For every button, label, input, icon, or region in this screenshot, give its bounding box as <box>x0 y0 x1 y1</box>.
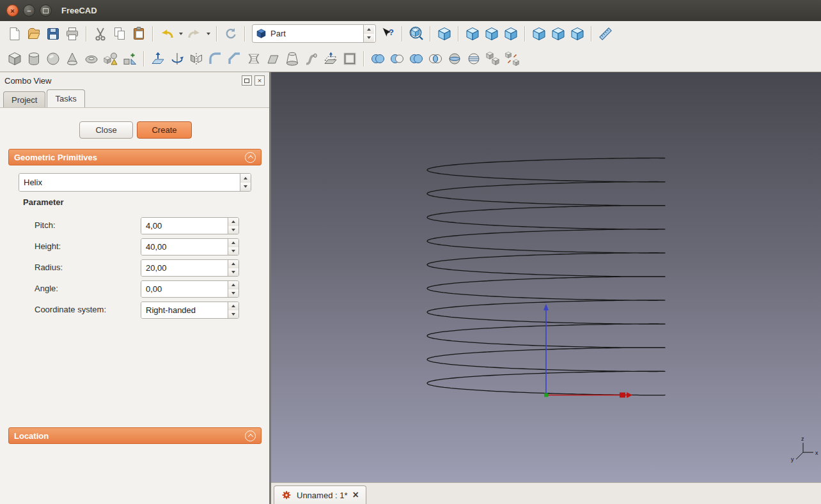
print-button[interactable] <box>63 24 82 43</box>
torus-button[interactable] <box>82 49 101 68</box>
make-face-button[interactable] <box>263 49 283 68</box>
redo-button[interactable] <box>185 24 204 43</box>
tab-project[interactable]: Project <box>3 91 45 107</box>
height-value[interactable]: 40,00 <box>141 239 228 255</box>
toolbar-separator <box>591 26 592 42</box>
left-view-icon <box>570 26 585 42</box>
document-tab[interactable]: Unnamed : 1* <box>274 485 366 504</box>
part-workbench-icon <box>256 28 267 39</box>
collapse-section-icon[interactable] <box>245 431 256 441</box>
extrude-button[interactable] <box>148 49 168 68</box>
left-view-button[interactable] <box>568 24 587 43</box>
workbench-selector-arrows[interactable] <box>363 25 374 42</box>
intersection-button[interactable] <box>426 49 445 68</box>
fillet-button[interactable] <box>206 49 225 68</box>
cut-boolean-button[interactable] <box>387 49 407 68</box>
workbench-selector-value: Part <box>270 29 359 38</box>
primitive-type-arrows[interactable] <box>240 174 251 191</box>
front-view-button[interactable] <box>463 24 482 43</box>
top-view-button[interactable] <box>482 24 501 43</box>
geometric-primitives-section-header[interactable]: Geometric Primitives <box>8 149 262 165</box>
toolbar-separator <box>152 26 153 42</box>
undo-icon <box>159 26 175 42</box>
open-button[interactable] <box>24 24 43 43</box>
height-spin-arrows[interactable] <box>228 239 238 255</box>
cross-sections-button[interactable] <box>464 49 483 68</box>
combo-view-panel: Combo View Project Tasks Close Create Ge… <box>0 72 269 504</box>
shape-builder-button[interactable] <box>120 49 139 68</box>
primitive-type-select[interactable]: Helix <box>19 173 251 192</box>
measure-distance-button[interactable] <box>596 24 615 43</box>
3d-view[interactable]: z x y <box>271 72 821 482</box>
loft-button[interactable] <box>283 49 302 68</box>
radius-value[interactable]: 20,00 <box>141 260 228 276</box>
window-minimize-button[interactable] <box>23 4 35 17</box>
offset-button[interactable] <box>321 49 340 68</box>
radius-spinbox[interactable]: 20,00 <box>141 259 239 277</box>
cylinder-button[interactable] <box>24 49 43 68</box>
document-tab-close-icon[interactable] <box>353 490 359 500</box>
section-button[interactable] <box>445 49 464 68</box>
revolve-icon <box>169 51 185 66</box>
right-view-button[interactable] <box>501 24 520 43</box>
primitives-button[interactable] <box>101 49 120 68</box>
pitch-spinbox[interactable]: 4,00 <box>141 217 239 234</box>
location-section-header[interactable]: Location <box>8 427 262 444</box>
combo-view-tabbar: Project Tasks <box>0 89 269 107</box>
explode-compound-button[interactable] <box>503 49 522 68</box>
radius-spin-arrows[interactable] <box>228 260 238 276</box>
create-button[interactable]: Create <box>137 121 192 139</box>
rear-view-button[interactable] <box>529 24 549 43</box>
cone-button[interactable] <box>63 49 82 68</box>
redo-history-dropdown[interactable] <box>204 25 212 43</box>
angle-spinbox[interactable]: 0,00 <box>141 280 239 298</box>
origin-point <box>544 393 548 397</box>
new-document-button[interactable] <box>5 24 24 43</box>
union-icon <box>409 51 424 66</box>
pitch-spin-arrows[interactable] <box>228 218 238 234</box>
ruled-surface-button[interactable] <box>244 49 263 68</box>
coordinate-system-arrows[interactable] <box>228 302 238 318</box>
height-spinbox[interactable]: 40,00 <box>141 238 239 256</box>
coordinate-system-select[interactable]: Right-handed <box>141 302 239 319</box>
task-panel: Close Create Geometric Primitives Helix … <box>0 107 269 504</box>
bottom-view-button[interactable] <box>549 24 568 43</box>
boolean-button[interactable] <box>368 49 387 68</box>
window-title: FreeCAD <box>61 6 97 15</box>
bottom-view-icon <box>551 26 566 42</box>
mirror-button[interactable] <box>187 49 206 68</box>
angle-label: Angle: <box>35 280 58 296</box>
refresh-button[interactable] <box>221 24 240 43</box>
sphere-button[interactable] <box>43 49 63 68</box>
save-button[interactable] <box>43 24 63 43</box>
undo-button[interactable] <box>157 24 176 43</box>
revolve-button[interactable] <box>168 49 187 68</box>
workbench-selector[interactable]: Part <box>252 24 376 43</box>
whats-this-button[interactable] <box>379 24 398 43</box>
pitch-value[interactable]: 4,00 <box>141 218 228 234</box>
sweep-button[interactable] <box>302 49 321 68</box>
paste-button[interactable] <box>129 24 148 43</box>
boolean-icon <box>370 51 386 66</box>
chamfer-button[interactable] <box>225 49 244 68</box>
box-button[interactable] <box>5 49 24 68</box>
explode-compound-icon <box>504 51 520 66</box>
compound-button[interactable] <box>483 49 503 68</box>
window-maximize-button[interactable] <box>40 4 52 17</box>
cut-button[interactable] <box>91 24 110 43</box>
union-button[interactable] <box>407 49 426 68</box>
window-close-button[interactable] <box>6 4 19 17</box>
axonometric-view-button[interactable] <box>435 24 454 43</box>
undo-history-dropdown[interactable] <box>176 25 185 43</box>
collapse-section-icon[interactable] <box>245 152 256 163</box>
thickness-button[interactable] <box>340 49 359 68</box>
copy-button[interactable] <box>110 24 129 43</box>
float-panel-icon[interactable] <box>242 75 252 86</box>
chevron-down-icon <box>207 33 210 35</box>
close-panel-icon[interactable] <box>254 75 265 86</box>
fit-all-button[interactable] <box>407 24 426 43</box>
angle-value[interactable]: 0,00 <box>141 281 228 297</box>
close-button[interactable]: Close <box>79 121 133 139</box>
angle-spin-arrows[interactable] <box>228 281 238 297</box>
tab-tasks[interactable]: Tasks <box>47 89 84 107</box>
